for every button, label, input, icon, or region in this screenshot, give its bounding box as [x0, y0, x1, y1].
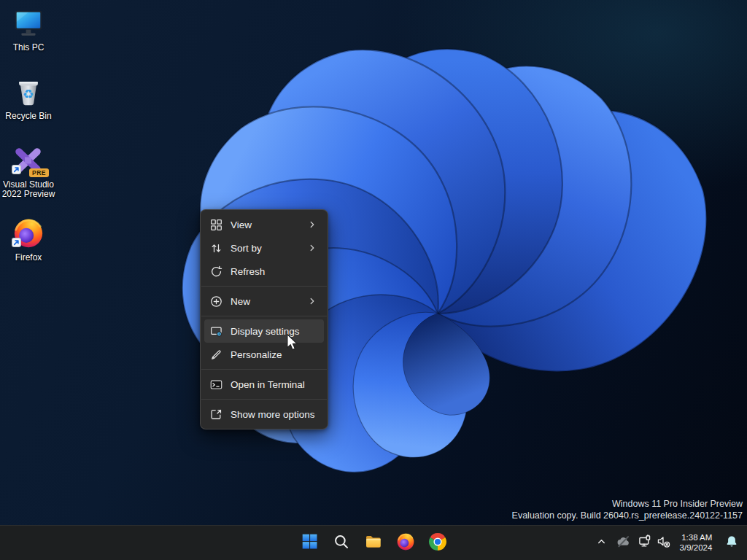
- chevron-up-icon: [596, 536, 607, 550]
- taskbar: 1:38 AM 3/9/2024: [0, 525, 747, 560]
- personalize-brush-icon: [209, 347, 223, 362]
- onedrive-button[interactable]: [611, 529, 635, 558]
- new-plus-circle-icon: [209, 294, 223, 308]
- menu-item-personalize[interactable]: Personalize: [204, 343, 324, 366]
- firefox-icon: [396, 532, 415, 554]
- tray-date: 3/9/2024: [680, 543, 713, 553]
- chrome-taskbar-button[interactable]: [423, 529, 452, 558]
- tray-time: 1:38 AM: [680, 533, 713, 543]
- desktop-context-menu: View Sort by Refresh New Display setting…: [200, 209, 328, 429]
- desktop-icon-recycle-bin[interactable]: ♻ Recycle Bin: [0, 74, 57, 121]
- desktop-icon-label: Visual Studio2022 Preview: [2, 180, 55, 199]
- shortcut-arrow-icon: [12, 164, 21, 177]
- svg-text:♻: ♻: [23, 87, 34, 101]
- menu-separator: [201, 316, 327, 316]
- terminal-icon: [209, 377, 223, 392]
- menu-item-open-in-terminal[interactable]: Open in Terminal: [204, 373, 324, 396]
- pre-badge: PRE: [29, 168, 49, 177]
- desktop-icon-label: Recycle Bin: [5, 112, 51, 121]
- view-grid-icon: [209, 217, 223, 232]
- menu-separator: [201, 369, 327, 370]
- desktop-wallpaper: [0, 0, 747, 560]
- volume-muted-icon: [657, 534, 670, 551]
- taskbar-center-icons: [295, 526, 452, 560]
- desktop-icon-firefox[interactable]: Firefox: [0, 216, 57, 262]
- menu-separator: [201, 399, 327, 400]
- chevron-right-icon: [306, 219, 318, 230]
- sort-arrows-icon: [209, 241, 223, 255]
- network-ethernet-icon: [638, 534, 651, 551]
- menu-item-sort-by[interactable]: Sort by: [204, 236, 324, 260]
- chevron-right-icon: [306, 295, 318, 307]
- search-icon: [333, 533, 350, 553]
- menu-item-refresh[interactable]: Refresh: [204, 260, 324, 283]
- notification-center-button[interactable]: [719, 529, 744, 558]
- menu-item-view[interactable]: View: [204, 213, 324, 236]
- system-tray: 1:38 AM 3/9/2024: [591, 526, 744, 560]
- desktop-icon-label: Firefox: [15, 253, 42, 262]
- desktop-icon-this-pc[interactable]: This PC: [0, 6, 57, 52]
- onedrive-offline-icon: [616, 534, 630, 551]
- refresh-icon: [209, 264, 223, 279]
- monitor-icon: [11, 6, 46, 41]
- hidden-icons-button[interactable]: [591, 529, 611, 558]
- windows-logo-icon: [301, 532, 319, 553]
- chevron-right-icon: [306, 242, 318, 254]
- menu-item-display-settings[interactable]: Display settings: [204, 319, 324, 343]
- expand-icon: [209, 407, 223, 421]
- desktop-icon-visual-studio[interactable]: PRE Visual Studio2022 Preview: [0, 143, 57, 199]
- file-explorer-button[interactable]: [359, 529, 388, 558]
- start-button[interactable]: [295, 529, 324, 558]
- shortcut-arrow-icon: [12, 237, 21, 250]
- menu-item-new[interactable]: New: [204, 289, 324, 313]
- search-button[interactable]: [327, 529, 356, 558]
- network-volume-cluster[interactable]: [635, 529, 673, 558]
- notification-bell-icon: [724, 534, 739, 552]
- desktop-icon-label: This PC: [13, 43, 44, 52]
- menu-item-show-more-options[interactable]: Show more options: [204, 402, 324, 426]
- watermark-line2: Evaluation copy. Build 26040.rs_prerelea…: [512, 510, 743, 522]
- firefox-icon: [11, 216, 46, 251]
- chrome-icon: [428, 532, 447, 554]
- clock[interactable]: 1:38 AM 3/9/2024: [673, 529, 719, 558]
- visual-studio-icon: PRE: [11, 143, 46, 178]
- watermark-line1: Windows 11 Pro Insider Preview: [512, 499, 743, 510]
- recycle-bin-icon: ♻: [11, 74, 46, 109]
- display-settings-icon: [209, 324, 223, 338]
- folder-icon: [364, 532, 383, 554]
- evaluation-watermark: Windows 11 Pro Insider Preview Evaluatio…: [512, 499, 743, 521]
- firefox-taskbar-button[interactable]: [391, 529, 420, 558]
- menu-separator: [201, 286, 327, 287]
